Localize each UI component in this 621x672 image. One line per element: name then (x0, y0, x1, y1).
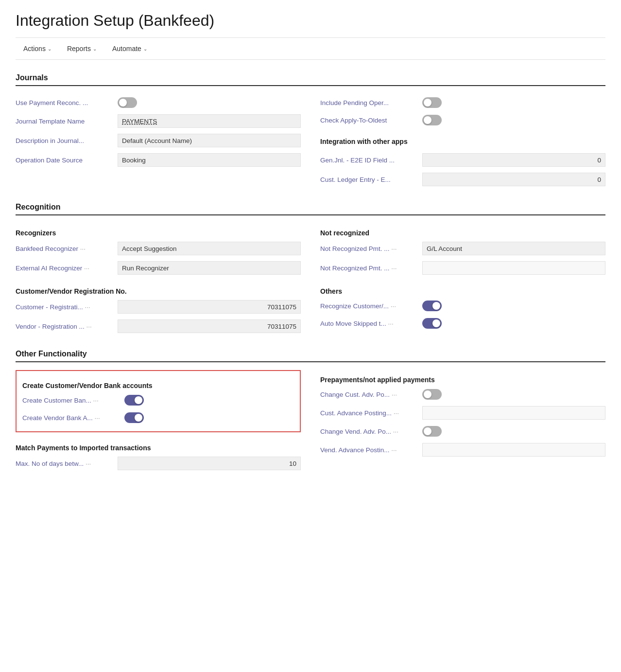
vend-advance-postin-value[interactable] (422, 443, 605, 457)
customer-registrati-label: Customer - Registrati... (16, 303, 118, 311)
use-payment-reconc-toggle[interactable] (118, 97, 137, 108)
actions-label: Actions (23, 45, 46, 53)
create-vendor-bank-label: Create Vendor Bank A... (22, 414, 124, 422)
customer-registrati-row: Customer - Registrati... 70311075 (16, 297, 301, 317)
recognize-customer-label: Recognize Customer/... (320, 302, 422, 310)
not-recognized-pmt-1-value[interactable]: G/L Account (422, 242, 605, 255)
customer-registrati-value[interactable]: 70311075 (118, 300, 301, 314)
max-no-days-betw-label: Max. No of days betw... (16, 460, 118, 467)
include-pending-oper-toggle[interactable] (422, 97, 442, 108)
reports-button[interactable]: Reports ⌄ (59, 41, 104, 56)
cust-ledger-entry-row: Cust. Ledger Entry - E... 0 (320, 170, 605, 189)
create-vendor-bank-row: Create Vendor Bank A... (22, 409, 294, 426)
toolbar: Actions ⌄ Reports ⌄ Automate ⌄ (16, 37, 605, 60)
automate-chevron-icon: ⌄ (143, 46, 147, 52)
cust-advance-posting-value[interactable] (422, 406, 605, 420)
automate-button[interactable]: Automate ⌄ (104, 41, 155, 56)
journals-right-col: Include Pending Oper... Check Apply-To-O… (320, 94, 605, 189)
cv-reg-title: Customer/Vendor Registration No. (16, 287, 301, 295)
use-payment-reconc-row: Use Payment Reconc. ... (16, 94, 301, 111)
vendor-registration-label: Vendor - Registration ... (16, 323, 118, 330)
create-customer-ban-row: Create Customer Ban... (22, 391, 294, 409)
include-pending-oper-row: Include Pending Oper... (320, 94, 605, 111)
vendor-registration-value[interactable]: 70311075 (118, 319, 301, 333)
cust-ledger-entry-value[interactable]: 0 (422, 173, 605, 186)
gen-jnl-e2e-row: Gen.Jnl. - E2E ID Field ... 0 (320, 150, 605, 170)
vend-advance-postin-row: Vend. Advance Postin... (320, 440, 605, 460)
create-customer-ban-toggle[interactable] (124, 395, 144, 406)
change-vend-adv-po-row: Change Vend. Adv. Po... (320, 423, 605, 440)
journal-template-name-row: Journal Template Name PAYMENTS (16, 111, 301, 131)
change-vend-adv-po-toggle-container (422, 426, 442, 437)
auto-move-skipped-row: Auto Move Skipped t... (320, 315, 605, 332)
change-cust-adv-po-toggle-container (422, 389, 442, 400)
include-pending-oper-label: Include Pending Oper... (320, 99, 422, 106)
operation-date-source-row: Operation Date Source Booking (16, 150, 301, 170)
external-ai-recognizer-row: External AI Recognizer Run Recognizer (16, 258, 301, 278)
not-recognized-pmt-1-label: Not Recognized Pmt. ... (320, 245, 422, 252)
create-cv-bank-highlight: Create Customer/Vendor Bank accounts Cre… (16, 370, 301, 432)
automate-label: Automate (112, 45, 141, 53)
operation-date-source-value[interactable]: Booking (118, 153, 301, 167)
operation-date-source-label: Operation Date Source (16, 157, 118, 164)
max-no-days-betw-row: Max. No of days betw... 10 (16, 454, 301, 473)
not-recognized-title: Not recognized (320, 229, 605, 237)
include-pending-oper-toggle-container (422, 97, 442, 108)
vend-advance-postin-label: Vend. Advance Postin... (320, 446, 422, 454)
create-customer-ban-label: Create Customer Ban... (22, 397, 124, 404)
bankfeed-recognizer-label: Bankfeed Recognizer (16, 245, 118, 252)
check-apply-to-oldest-toggle[interactable] (422, 115, 442, 125)
not-recognized-pmt-2-value[interactable] (422, 261, 605, 275)
cust-ledger-entry-label: Cust. Ledger Entry - E... (320, 176, 422, 183)
recognition-right-col: Not recognized Not Recognized Pmt. ... G… (320, 223, 605, 336)
reports-label: Reports (67, 45, 91, 53)
change-cust-adv-po-label: Change Cust. Adv. Po... (320, 391, 422, 398)
actions-button[interactable]: Actions ⌄ (16, 41, 59, 56)
integration-other-apps-row: Integration with other apps (320, 129, 605, 150)
journals-grid: Use Payment Reconc. ... Journal Template… (16, 94, 605, 189)
auto-move-skipped-toggle[interactable] (422, 318, 442, 329)
cust-advance-posting-label: Cust. Advance Posting... (320, 409, 422, 417)
change-cust-adv-po-row: Change Cust. Adv. Po... (320, 386, 605, 403)
gen-jnl-e2e-label: Gen.Jnl. - E2E ID Field ... (320, 157, 422, 164)
recognize-customer-toggle[interactable] (422, 301, 442, 311)
change-cust-adv-po-toggle[interactable] (422, 389, 442, 400)
not-recognized-pmt-2-label: Not Recognized Pmt. ... (320, 265, 422, 272)
actions-chevron-icon: ⌄ (48, 46, 52, 52)
page-title: Integration Setup (Bankfeed) (16, 12, 605, 30)
bankfeed-recognizer-value[interactable]: Accept Suggestion (118, 242, 301, 255)
auto-move-skipped-label: Auto Move Skipped t... (320, 320, 422, 327)
other-functionality-left-col: Create Customer/Vendor Bank accounts Cre… (16, 370, 301, 473)
auto-move-skipped-toggle-container (422, 318, 442, 329)
match-payments-title: Match Payments to Imported transactions (16, 444, 301, 452)
description-in-journal-label: Description in Journal... (16, 137, 118, 144)
gen-jnl-e2e-value[interactable]: 0 (422, 153, 605, 167)
description-in-journal-value[interactable]: Default (Account Name) (118, 134, 301, 147)
max-no-days-betw-value[interactable]: 10 (118, 457, 301, 470)
recognition-left-col: Recognizers Bankfeed Recognizer Accept S… (16, 223, 301, 336)
check-apply-to-oldest-row: Check Apply-To-Oldest (320, 111, 605, 129)
other-functionality-right-col: Prepayments/not applied payments Change … (320, 370, 605, 473)
change-vend-adv-po-toggle[interactable] (422, 426, 442, 437)
check-apply-to-oldest-toggle-container (422, 115, 442, 125)
external-ai-recognizer-label: External AI Recognizer (16, 265, 118, 272)
prepayments-title: Prepayments/not applied payments (320, 376, 605, 384)
recognizers-title: Recognizers (16, 229, 301, 237)
recognition-section-title: Recognition (16, 203, 605, 215)
reports-chevron-icon: ⌄ (93, 46, 97, 52)
other-functionality-section-title: Other Functionality (16, 350, 605, 362)
description-in-journal-row: Description in Journal... Default (Accou… (16, 131, 301, 150)
create-customer-ban-toggle-container (124, 395, 144, 406)
journals-section-title: Journals (16, 73, 605, 86)
journals-left-col: Use Payment Reconc. ... Journal Template… (16, 94, 301, 189)
change-vend-adv-po-label: Change Vend. Adv. Po... (320, 428, 422, 435)
not-recognized-pmt-1-row: Not Recognized Pmt. ... G/L Account (320, 239, 605, 258)
external-ai-recognizer-value[interactable]: Run Recognizer (118, 261, 301, 275)
journal-template-name-value[interactable]: PAYMENTS (118, 114, 301, 128)
vendor-registration-row: Vendor - Registration ... 70311075 (16, 317, 301, 336)
bankfeed-recognizer-row: Bankfeed Recognizer Accept Suggestion (16, 239, 301, 258)
others-title: Others (320, 287, 605, 295)
create-vendor-bank-toggle[interactable] (124, 412, 144, 423)
recognition-grid: Recognizers Bankfeed Recognizer Accept S… (16, 223, 605, 336)
check-apply-to-oldest-label: Check Apply-To-Oldest (320, 117, 422, 124)
